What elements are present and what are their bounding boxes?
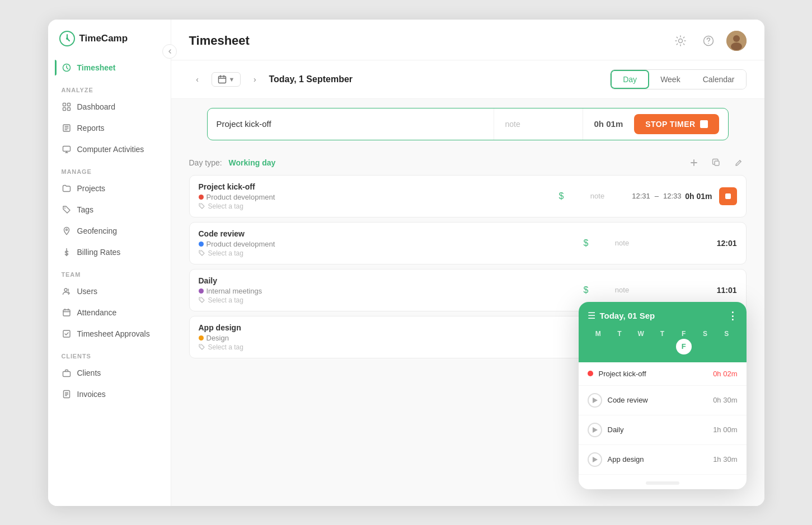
- help-button[interactable]: [698, 31, 719, 51]
- sidebar-item-attendance[interactable]: Attendance: [55, 302, 164, 323]
- sidebar-collapse-button[interactable]: [162, 44, 177, 59]
- sidebar-item-users[interactable]: Users: [55, 281, 164, 301]
- weekday-sun-circle[interactable]: [719, 339, 734, 354]
- next-date-button[interactable]: ›: [246, 71, 263, 88]
- weekday-tue-circle[interactable]: [612, 339, 627, 354]
- entry-1-start: 12:31: [632, 192, 650, 200]
- copy-entry-button[interactable]: [708, 155, 724, 171]
- timer-note[interactable]: note: [494, 108, 583, 140]
- popup-menu-icon[interactable]: ☰: [588, 310, 595, 321]
- prev-date-button[interactable]: ‹: [189, 71, 206, 88]
- entry-2-billing-icon[interactable]: $: [584, 238, 589, 248]
- entry-1-tag[interactable]: Select a tag: [199, 202, 542, 210]
- entry-4-task: App design: [199, 323, 567, 332]
- svg-rect-3: [63, 103, 65, 106]
- entry-1-project-dot: [199, 195, 204, 200]
- entry-2-tag-label: Select a tag: [208, 249, 243, 257]
- popup-entry-4-name: App design: [608, 455, 708, 463]
- popup-entry-3-play-button[interactable]: [588, 423, 602, 437]
- weekday-mon-letter: M: [595, 330, 601, 338]
- weekday-thu: T: [654, 330, 670, 354]
- manage-section-label: MANAGE: [55, 160, 164, 178]
- sidebar-item-projects[interactable]: Projects: [55, 178, 164, 198]
- dollar-icon: [62, 247, 72, 257]
- svg-rect-4: [67, 103, 70, 106]
- sidebar-item-tags-label: Tags: [77, 205, 94, 214]
- svg-point-10: [65, 229, 67, 230]
- stop-timer-button[interactable]: STOP TIMER: [634, 114, 719, 134]
- sidebar-item-computer-activities[interactable]: Computer Activities: [55, 139, 164, 159]
- app-container: TimeCamp Timesheet ANALYZE: [48, 20, 764, 506]
- sidebar-item-reports-label: Reports: [77, 124, 105, 133]
- sidebar-item-invoices-label: Invoices: [77, 390, 106, 399]
- entry-1-project-name: Product development: [206, 193, 275, 201]
- entry-1-left: Project kick-off Product development Sel…: [199, 182, 542, 210]
- sidebar-navigation: Timesheet ANALYZE Dashboard: [48, 58, 171, 495]
- weekday-wed-circle[interactable]: [633, 339, 649, 354]
- weekday-mon-circle[interactable]: [590, 339, 606, 354]
- task-input[interactable]: [217, 119, 494, 129]
- sidebar-item-geofencing[interactable]: Geofencing: [55, 221, 164, 241]
- tag-small-icon-2: [199, 250, 205, 257]
- sidebar-item-timesheet[interactable]: Timesheet: [55, 58, 164, 78]
- edit-entry-button[interactable]: [731, 155, 747, 171]
- popup-entry-4-play-button[interactable]: [588, 452, 602, 467]
- entry-3-tag[interactable]: Select a tag: [199, 296, 567, 304]
- sidebar-item-dashboard-label: Dashboard: [77, 102, 116, 111]
- stop-timer-label: STOP TIMER: [645, 120, 695, 129]
- avatar[interactable]: [726, 31, 747, 51]
- users-icon: [62, 286, 72, 296]
- entry-2-note[interactable]: note: [606, 239, 639, 247]
- clock-icon: [62, 63, 72, 73]
- popup-entry-1-name: Project kick-off: [599, 370, 708, 378]
- view-tabs: Day Week Calendar: [610, 69, 746, 89]
- sidebar-item-clients[interactable]: Clients: [55, 363, 164, 383]
- weekday-thu-letter: T: [660, 330, 664, 338]
- page-title: Timesheet: [189, 34, 250, 48]
- stop-icon: [700, 120, 708, 128]
- sidebar-item-tags[interactable]: Tags: [55, 200, 164, 220]
- weekday-thu-circle[interactable]: [654, 339, 670, 354]
- logo-text: TimeCamp: [79, 33, 128, 44]
- entry-1-billing-icon[interactable]: $: [559, 191, 564, 201]
- main-header: Timesheet: [171, 20, 764, 60]
- popup-entry-1: Project kick-off 0h 02m: [579, 362, 747, 386]
- entry-3-billing-icon[interactable]: $: [584, 285, 589, 295]
- tab-day[interactable]: Day: [611, 70, 649, 89]
- sidebar-item-timesheet-approvals[interactable]: Timesheet Approvals: [55, 324, 164, 344]
- popup-entry-3-play-icon: [593, 427, 598, 433]
- entry-3-note[interactable]: note: [606, 286, 639, 294]
- sidebar-item-dashboard[interactable]: Dashboard: [55, 97, 164, 117]
- theme-toggle-button[interactable]: [670, 31, 691, 51]
- weekday-tue-letter: T: [617, 330, 621, 338]
- entry-2-tag[interactable]: Select a tag: [199, 249, 567, 257]
- weekday-fri-circle[interactable]: F: [676, 339, 692, 354]
- popup-entry-1-duration: 0h 02m: [713, 370, 737, 378]
- date-nav-left: ‹ ▼ › Today, 1 September: [189, 71, 353, 88]
- entry-4-project-name: Design: [206, 334, 229, 342]
- sidebar-item-invoices[interactable]: Invoices: [55, 384, 164, 404]
- entry-4-tag[interactable]: Select a tag: [199, 343, 567, 351]
- svg-point-24: [200, 204, 201, 205]
- calendar-picker-button[interactable]: ▼: [212, 72, 241, 87]
- tab-calendar[interactable]: Calendar: [692, 70, 746, 89]
- invoice-icon: [62, 389, 72, 399]
- sidebar-item-billing-rates[interactable]: Billing Rates: [55, 242, 164, 262]
- sidebar-item-projects-label: Projects: [77, 184, 106, 193]
- entry-1-note[interactable]: note: [581, 192, 614, 200]
- popup-widget: ☰ Today, 01 Sep ⋮ M T W T F: [579, 302, 747, 489]
- dashboard-icon: [62, 102, 72, 112]
- date-navigation: ‹ ▼ › Today, 1 September Day Week Calend…: [171, 60, 764, 99]
- popup-entry-2-play-button[interactable]: [588, 393, 602, 408]
- popup-header: ☰ Today, 01 Sep ⋮: [579, 302, 747, 330]
- add-entry-button[interactable]: [686, 155, 702, 171]
- tab-week[interactable]: Week: [649, 70, 692, 89]
- entry-1-duration: 0h 01m: [682, 192, 712, 201]
- entry-1-stop-button[interactable]: [719, 187, 737, 205]
- svg-point-18: [708, 42, 709, 44]
- weekday-sat-circle[interactable]: [697, 339, 713, 354]
- popup-more-icon[interactable]: ⋮: [727, 310, 738, 322]
- weekday-sun: S: [719, 330, 734, 354]
- sidebar-item-reports[interactable]: Reports: [55, 118, 164, 138]
- timecamp-logo-icon: [59, 31, 75, 46]
